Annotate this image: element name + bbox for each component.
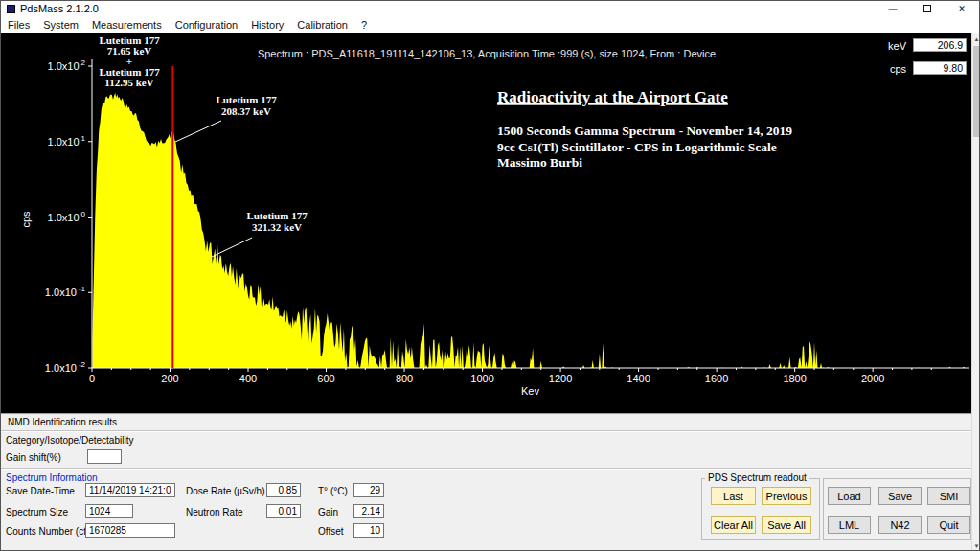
close-button[interactable]: ✕	[945, 1, 979, 16]
scrollbar-thumb[interactable]	[973, 46, 980, 137]
offset-label: Offset	[318, 526, 344, 537]
window-title: PdsMass 2.1.2.0	[20, 1, 99, 16]
neutron-rate-input[interactable]	[266, 504, 301, 518]
dose-rate-input[interactable]	[266, 483, 301, 497]
cps-readout-label: cps	[883, 63, 906, 75]
x-tick-label: 1200	[549, 373, 572, 384]
dose-rate-label: Dose Rate (µSv/h)	[186, 486, 264, 496]
menu-item-system[interactable]: System	[36, 16, 85, 33]
menu-item-history[interactable]: History	[244, 16, 290, 33]
scroll-down-icon[interactable]: ▼	[972, 540, 980, 551]
spectrum-svg: 1.0x1021.0x1011.0x1001.0x10-11.0x10-2020…	[1, 33, 971, 413]
maximize-icon	[923, 5, 931, 12]
kev-readout-label: keV	[883, 40, 906, 52]
bottom-panel: NMD Identification results Category/Isot…	[1, 413, 971, 551]
smi-button[interactable]: SMI	[927, 487, 970, 505]
save-button[interactable]: Save	[878, 487, 922, 505]
divider	[1, 430, 971, 432]
divider	[1, 468, 971, 470]
x-tick-label: 1600	[705, 373, 728, 384]
quit-button[interactable]: Quit	[927, 516, 970, 534]
gain-label: Gain	[318, 507, 338, 517]
x-tick-label: 400	[239, 373, 257, 384]
clear-all-button[interactable]: Clear All	[711, 516, 756, 534]
counts-number-label: Counts Number (cts)	[6, 526, 94, 537]
n42-button[interactable]: N42	[878, 516, 922, 534]
maximize-button[interactable]	[910, 1, 945, 16]
titlebar: PdsMass 2.1.2.0 — ✕	[1, 1, 979, 16]
x-tick-label: 600	[317, 373, 334, 384]
annotation-text: 321.32 keV	[252, 221, 302, 233]
annotation-text: 112.95 keV	[104, 77, 153, 88]
x-tick-label: 0	[89, 373, 95, 384]
load-button[interactable]: Load	[828, 487, 871, 505]
lml-button[interactable]: LML	[828, 516, 871, 534]
x-tick-label: 1400	[627, 373, 650, 384]
annotation-text: 208.37 keV	[221, 105, 271, 117]
menu-item-configuration[interactable]: Configuration	[169, 16, 244, 33]
menubar: Files System Measurements Configuration …	[1, 16, 979, 33]
window-controls: — ✕	[876, 1, 979, 16]
temperature-label: T° (°C)	[318, 486, 348, 496]
pds-readout-title: PDS Spectrum readout	[705, 472, 809, 483]
chart-subtitle: 9cc CsI(Tl) Scintillator - CPS in Logari…	[497, 140, 777, 154]
annotation-text: Lutetium 177	[216, 94, 277, 105]
minimize-button[interactable]: —	[876, 1, 910, 16]
app-icon	[7, 5, 15, 13]
x-tick-label: 800	[396, 373, 413, 384]
minimize-icon: —	[889, 4, 898, 13]
save-date-label: Save Date-Time	[6, 486, 75, 496]
chart-subtitle: Massimo Burbi	[497, 155, 582, 170]
spectrum-chart[interactable]: 1.0x1021.0x1011.0x1001.0x10-11.0x10-2020…	[1, 33, 971, 413]
close-icon: ✕	[958, 4, 966, 13]
neutron-rate-label: Neutron Rate	[186, 507, 242, 517]
y-axis-title: cps	[20, 211, 32, 228]
gain-shift-input[interactable]	[87, 449, 122, 464]
app-window: PdsMass 2.1.2.0 — ✕ Files System Measure…	[0, 0, 980, 551]
spectrum-size-input[interactable]	[85, 504, 133, 518]
x-tick-label: 1000	[470, 373, 493, 384]
save-all-button[interactable]: Save All	[762, 516, 811, 534]
spectrum-header-text: Spectrum : PDS_A11618_191114_142106_13, …	[258, 48, 716, 59]
chart-title: Radioactivity at the Airport Gate	[497, 88, 728, 106]
x-tick-label: 1800	[783, 373, 806, 384]
previous-button[interactable]: Previous	[762, 487, 811, 505]
counts-number-input[interactable]	[85, 523, 175, 538]
offset-input[interactable]	[353, 523, 384, 538]
gain-input[interactable]	[353, 504, 384, 518]
x-tick-label: 2000	[861, 373, 884, 384]
x-axis-title: Kev	[521, 385, 539, 397]
menu-item-help[interactable]: ?	[354, 16, 374, 33]
menu-item-files[interactable]: Files	[1, 16, 36, 33]
x-tick-label: 200	[161, 373, 178, 384]
spectrum-size-label: Spectrum Size	[6, 507, 68, 517]
scroll-up-icon[interactable]: ▲	[972, 33, 980, 45]
annotation-text: Lutetium 177	[246, 210, 308, 221]
kev-readout-input[interactable]	[913, 38, 967, 52]
nmd-results-title: NMD Identification results	[8, 417, 117, 427]
category-isotope-label: Category/Isotope/Detectability	[6, 435, 133, 446]
last-button[interactable]: Last	[711, 487, 756, 505]
temperature-input[interactable]	[353, 483, 384, 497]
gain-shift-label: Gain shift(%)	[6, 452, 61, 463]
chart-subtitle: 1500 Seconds Gamma Spectrum - November 1…	[497, 124, 792, 138]
menu-item-measurements[interactable]: Measurements	[85, 16, 169, 33]
save-date-input[interactable]	[85, 483, 175, 497]
spectrum-information-title: Spectrum Information	[6, 472, 98, 483]
vertical-scrollbar[interactable]: ▲ ▼	[971, 33, 980, 551]
cps-readout-input[interactable]	[913, 61, 967, 75]
menu-item-calibration[interactable]: Calibration	[290, 16, 354, 33]
